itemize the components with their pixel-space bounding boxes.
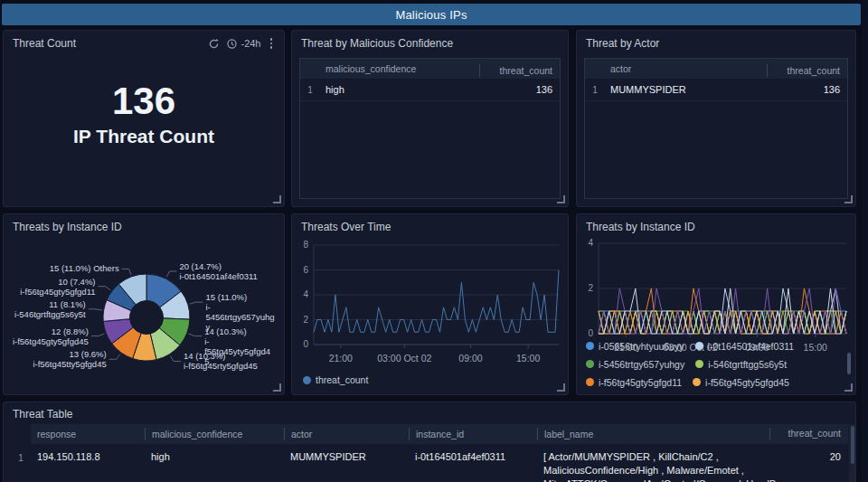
svg-text:09:00: 09:00 — [458, 353, 482, 364]
panel-menu-button[interactable] — [268, 37, 276, 50]
cell-count: 136 — [768, 84, 847, 95]
panel-title: Threat by Malicious Confidence — [301, 37, 453, 50]
legend-item[interactable]: i-f56tg45gty5gfgd11 — [586, 373, 682, 391]
dashboard: { "header": { "title": "Malicious IPs" }… — [0, 0, 868, 482]
column-header[interactable]: malicious_confidence — [145, 428, 284, 440]
table-header: actor threat_count — [585, 59, 847, 79]
cell-actor: MUMMYSPIDER — [284, 444, 409, 464]
svg-text:2: 2 — [303, 315, 308, 325]
column-header[interactable]: threat_count — [479, 64, 560, 77]
panel-threat-by-confidence: Threat by Malicious Confidence malicious… — [291, 30, 569, 207]
panel-threats-by-instance-pie: Threats by Instance ID 20 (14.7%)i-0t164… — [3, 213, 285, 395]
legend-label: i-f56tg45gty5gfgd11 — [599, 377, 682, 388]
legend-label: i-0t164501af4ef0311 — [708, 341, 795, 352]
svg-text:0: 0 — [303, 339, 308, 349]
svg-text:2: 2 — [588, 283, 593, 293]
legend-dot — [695, 360, 703, 368]
panel-threats-by-instance-lines: Threats by Instance ID 02421:0003:00 Oct… — [576, 213, 856, 395]
cell-actor: MUMMYSPIDER — [605, 84, 768, 95]
threat-count-caption: IP Threat Count — [73, 126, 214, 147]
table-header: response malicious_confidence actor inst… — [31, 424, 848, 444]
panel-title: Threats Over Time — [301, 221, 391, 233]
svg-text:6: 6 — [303, 265, 308, 275]
panel-threat-by-actor: Threat by Actor actor threat_count 1 MUM… — [576, 30, 856, 207]
column-header[interactable]: actor — [284, 428, 409, 440]
legend-label: threat_count — [316, 374, 368, 385]
panel-title: Threat Table — [13, 408, 73, 421]
cell-response: 194.150.118.8 — [31, 444, 145, 464]
legend-label: i-546tgrtftgg5s6y5t — [708, 359, 787, 370]
refresh-button[interactable] — [208, 38, 220, 50]
legend-item-threat-count[interactable]: threat_count — [303, 374, 368, 385]
cell-confidence: high — [320, 84, 480, 95]
panel-threat-count: Threat Count -24h 136 IP Threat Count — [3, 30, 285, 207]
resize-handle[interactable] — [557, 195, 565, 203]
time-range-picker[interactable]: -24h — [226, 38, 260, 50]
column-header[interactable]: label_name — [537, 428, 769, 440]
time-range-label: -24h — [241, 38, 260, 49]
column-header[interactable]: malicious_confidence — [320, 63, 479, 74]
svg-text:21:00: 21:00 — [329, 353, 353, 364]
pie-slice-label: 20 (14.7%)i-0t164501af4ef0311 — [179, 261, 257, 281]
panel-title: Threat by Actor — [586, 37, 659, 50]
column-header[interactable]: threat_count — [769, 428, 848, 440]
legend-item[interactable]: i-5456trtgy657yuhgy — [586, 355, 684, 373]
svg-text:15:00: 15:00 — [516, 353, 540, 364]
threats-over-time-chart[interactable]: 0246821:0003:00 Oct 0209:0015:00 — [296, 236, 566, 370]
actor-table: actor threat_count 1 MUMMYSPIDER 136 — [584, 58, 848, 199]
line-chart-area: 0246821:0003:00 Oct 0209:0015:00 — [296, 236, 566, 370]
confidence-table: malicious_confidence threat_count 1 high… — [299, 58, 561, 199]
page-scrollbar[interactable] — [862, 0, 868, 482]
resize-handle[interactable] — [844, 195, 853, 203]
pie-slice-label: 11 (8.1%)i-546tgrtftgg5s6y5t — [14, 299, 86, 319]
table-scrollbar[interactable] — [849, 424, 855, 482]
pie-slice-label: 14 (10.3%)i-f56tg45rty5gfgd45 — [184, 351, 258, 371]
resize-handle[interactable] — [273, 195, 281, 203]
table-row[interactable]: 1 MUMMYSPIDER 136 — [585, 79, 847, 101]
pie-slice-label: 15 (11.0%) Others — [50, 263, 119, 273]
table-row[interactable]: 1 high 136 — [300, 79, 560, 101]
legend-item[interactable]: i-f56tg45gty5gfgd45 — [693, 373, 789, 391]
legend-dot — [695, 342, 703, 350]
cell-threat-count: 20 — [769, 444, 848, 464]
pie-slice-label: 12 (8.8%)i-f56tg45gty5gfgd45 — [13, 326, 89, 346]
svg-text:4: 4 — [303, 289, 308, 299]
legend-item[interactable]: i-0t164501af4ef0311 — [695, 337, 795, 354]
resize-handle[interactable] — [557, 383, 565, 392]
table-header: malicious_confidence threat_count — [300, 59, 560, 79]
legend-item[interactable]: i-05656tryhtyuu6uyy — [586, 337, 684, 354]
cell-label-name: [ Actor/MUMMYSPIDER , KillChain/C2 , Mal… — [537, 444, 769, 482]
dashboard-title: Malicious IPs — [395, 8, 467, 22]
column-header[interactable]: threat_count — [767, 64, 847, 77]
column-header[interactable]: response — [31, 428, 145, 440]
dashboard-title-bar: Malicious IPs — [2, 4, 861, 25]
legend-dot — [303, 376, 311, 384]
panel-threat-table: Threat Table response malicious_confiden… — [3, 402, 856, 482]
legend-scrollbar[interactable] — [847, 353, 851, 374]
cell-count: 136 — [480, 84, 560, 95]
clock-icon — [226, 38, 238, 50]
pie-slice-label: 13 (9.6%)i-f56tg45tty5gfgd45 — [33, 349, 106, 369]
legend-label: i-5456trtgy657yuhgy — [599, 359, 684, 370]
legend-item[interactable]: i-546tgrtftgg5s6y5t — [695, 355, 787, 373]
legend-dot — [586, 342, 594, 350]
svg-text:03:00 Oct 02: 03:00 Oct 02 — [377, 353, 431, 364]
panel-title: Threat Count — [13, 37, 76, 50]
panel-title: Threats by Instance ID — [13, 221, 122, 233]
cell-confidence: high — [145, 444, 284, 464]
legend-dot — [586, 378, 594, 386]
column-header[interactable]: instance_id — [409, 428, 537, 440]
resize-handle[interactable] — [273, 383, 281, 392]
column-header[interactable]: actor — [605, 63, 767, 74]
pie-slice-label: 10 (7.4%)i-f56tg45gty5gfgd11 — [20, 277, 95, 297]
threat-count-value: 136 — [112, 80, 175, 122]
legend-dot — [693, 378, 701, 386]
legend-label: i-05656tryhtyuu6uyy — [599, 341, 684, 352]
table-row[interactable]: 1 194.150.118.8 high MUMMYSPIDER i-0t164… — [11, 444, 848, 482]
pie-chart-area: 20 (14.7%)i-0t164501af4ef031115 (11.0%)i… — [4, 236, 278, 395]
legend-label: i-f56tg45gty5gfgd45 — [705, 377, 789, 388]
svg-text:8: 8 — [303, 240, 308, 250]
threat-table: response malicious_confidence actor inst… — [11, 424, 848, 482]
resize-handle[interactable] — [844, 383, 853, 392]
panel-title: Threats by Instance ID — [586, 221, 695, 233]
